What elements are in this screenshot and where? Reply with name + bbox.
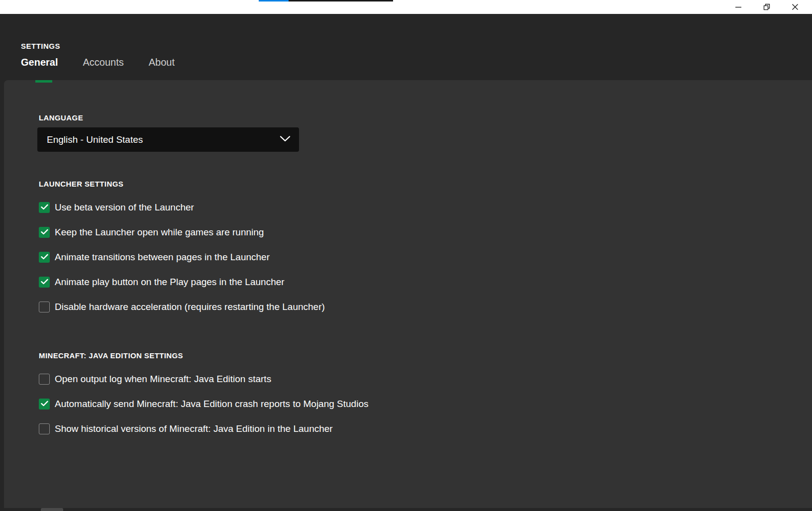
settings-header: SETTINGS GeneralAccountsAbout [0,14,812,80]
checkbox-checked[interactable] [39,202,50,213]
checkbox-unchecked[interactable] [39,423,50,434]
close-icon [792,3,799,10]
language-dropdown[interactable]: English - United States [37,127,299,152]
page-title: SETTINGS [21,42,812,50]
tab-bar: GeneralAccountsAbout [21,57,812,68]
checkbox-row[interactable]: Open output log when Minecraft: Java Edi… [39,373,812,385]
checkmark-icon [41,400,48,409]
checkbox-label: Use beta version of the Launcher [55,202,194,213]
active-tab-indicator [35,80,52,83]
tab-general[interactable]: General [21,57,58,68]
section-title: LAUNCHER SETTINGS [39,180,812,188]
language-dropdown-value: English - United States [47,134,143,145]
checkmark-icon [41,253,48,262]
checkmark-icon [41,228,48,237]
titlebar-accent-blue [259,0,289,1]
checkbox-checked[interactable] [39,227,50,238]
checkmark-icon [41,203,48,212]
window-titlebar [0,0,812,14]
titlebar-accent-black [289,0,393,1]
checkbox-row[interactable]: Automatically send Minecraft: Java Editi… [39,398,812,409]
checkbox-unchecked[interactable] [39,374,50,385]
settings-content-panel: LANGUAGE English - United States LAUNCHE… [4,80,812,508]
settings-section: LAUNCHER SETTINGSUse beta version of the… [39,180,812,312]
checkbox-row[interactable]: Keep the Launcher open while games are r… [39,226,812,238]
minimize-button[interactable] [724,0,752,14]
checkbox-checked[interactable] [39,252,50,263]
checkbox-row[interactable]: Use beta version of the Launcher [39,202,812,213]
checkbox-label: Disable hardware acceleration (requires … [55,302,325,312]
settings-section: MINECRAFT: JAVA EDITION SETTINGSOpen out… [39,351,812,434]
checkbox-checked[interactable] [39,277,50,288]
checkbox-label: Automatically send Minecraft: Java Editi… [55,399,368,409]
checkbox-row[interactable]: Show historical versions of Minecraft: J… [39,423,812,434]
checkbox-row[interactable]: Animate transitions between pages in the… [39,251,812,263]
close-button[interactable] [781,0,809,14]
checkbox-label: Show historical versions of Minecraft: J… [55,423,333,434]
minimize-icon [735,3,742,10]
restore-button[interactable] [752,0,781,14]
checkbox-unchecked[interactable] [39,302,50,312]
partial-element [41,508,63,511]
checkbox-label: Open output log when Minecraft: Java Edi… [55,374,271,385]
settings-sections: LAUNCHER SETTINGSUse beta version of the… [39,180,812,434]
checkbox-label: Animate play button on the Play pages in… [55,277,285,288]
section-title: MINECRAFT: JAVA EDITION SETTINGS [39,351,812,360]
checkbox-label: Animate transitions between pages in the… [55,252,270,263]
window-controls [724,0,809,14]
tab-accounts[interactable]: Accounts [83,57,123,68]
checkbox-row[interactable]: Animate play button on the Play pages in… [39,276,812,288]
restore-icon [763,3,770,10]
tab-about[interactable]: About [149,57,175,68]
chevron-down-icon [279,135,291,144]
checkbox-label: Keep the Launcher open while games are r… [55,227,264,238]
checkmark-icon [41,278,48,287]
language-label: LANGUAGE [39,113,812,122]
checkbox-row[interactable]: Disable hardware acceleration (requires … [39,301,812,312]
checkbox-checked[interactable] [39,399,50,409]
